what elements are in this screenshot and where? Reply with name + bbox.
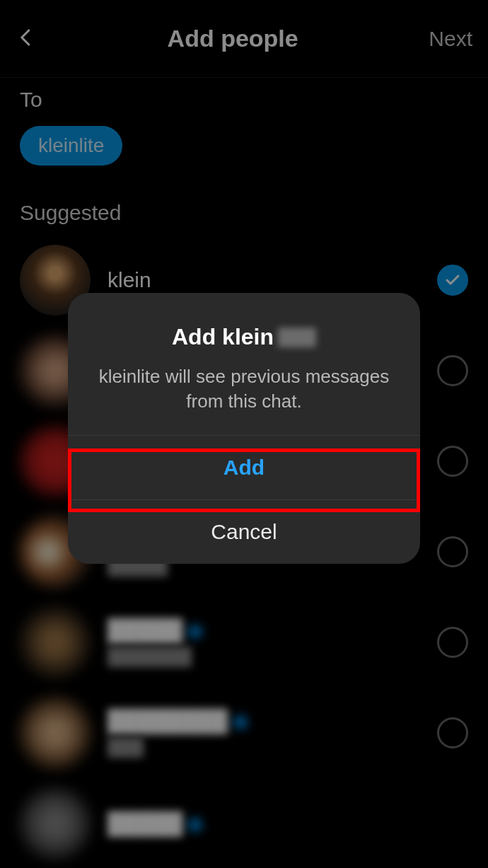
dialog-title: Add klein [89,324,399,350]
dialog-body: kleinlite will see previous messages fro… [89,364,399,414]
censored-text [278,328,316,347]
cancel-button[interactable]: Cancel [68,499,420,564]
confirm-dialog: Add klein kleinlite will see previous me… [68,293,420,564]
add-button[interactable]: Add [68,435,420,499]
